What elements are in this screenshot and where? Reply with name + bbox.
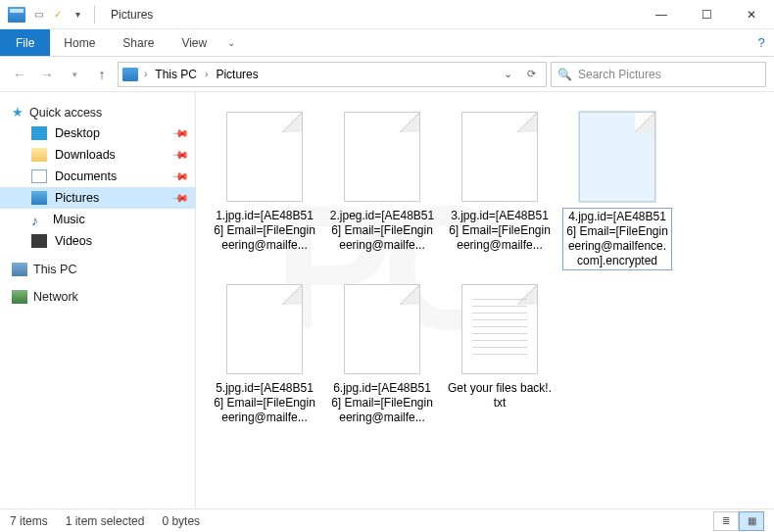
main-area: ★ Quick access Desktop 📌 Downloads 📌 Doc…	[0, 92, 774, 508]
forward-button[interactable]: →	[35, 63, 59, 86]
ribbon-tab-view[interactable]: View	[168, 29, 220, 56]
music-icon: ♪	[31, 213, 45, 226]
folder-icon	[31, 148, 47, 162]
search-input[interactable]: 🔍 Search Pictures	[551, 62, 766, 87]
file-item[interactable]: 1.jpg.id=[AE48B516] Email=[FileEngineeri…	[206, 106, 323, 278]
window-title: Pictures	[111, 8, 153, 22]
file-name: 4.jpg.id=[AE48B516] Email=[FileEngineeri…	[562, 208, 672, 270]
pin-icon: 📌	[170, 123, 189, 142]
navitem-label: Videos	[55, 234, 92, 248]
navigation-pane: ★ Quick access Desktop 📌 Downloads 📌 Doc…	[0, 92, 196, 508]
address-dropdown-icon[interactable]: ⌄	[497, 64, 518, 85]
file-item[interactable]: Get your files back!.txt	[441, 278, 558, 451]
navigation-bar: ← → ▾ ↑ › This PC › Pictures ⌄ ⟳ 🔍 Searc…	[0, 57, 774, 92]
status-bar: 7 items 1 item selected 0 bytes ≣ ▦	[0, 508, 774, 532]
location-icon	[122, 68, 138, 81]
file-name: 1.jpg.id=[AE48B516] Email=[FileEngineeri…	[210, 208, 319, 254]
titlebar-separator	[94, 6, 95, 24]
pictures-icon	[31, 191, 47, 205]
file-name: Get your files back!.txt	[445, 380, 555, 411]
navitem-label: Music	[53, 213, 85, 226]
ribbon-tab-share[interactable]: Share	[109, 29, 168, 56]
search-placeholder: Search Pictures	[578, 68, 661, 81]
status-size: 0 bytes	[162, 514, 200, 528]
blank-file-icon	[461, 112, 538, 202]
status-item-count: 7 items	[10, 514, 48, 528]
app-icon	[8, 7, 25, 23]
view-largeicons-button[interactable]: ▦	[739, 511, 764, 531]
pc-icon	[12, 263, 27, 276]
blank-file-icon	[344, 112, 420, 202]
address-bar[interactable]: › This PC › Pictures ⌄ ⟳	[118, 62, 547, 87]
chevron-right-icon[interactable]: ›	[142, 69, 149, 79]
network-icon	[12, 290, 27, 304]
file-name: 3.jpg.id=[AE48B516] Email=[FileEngineeri…	[445, 208, 555, 254]
ribbon-file-tab[interactable]: File	[0, 29, 50, 56]
qat-newfolder-icon[interactable]: ✓	[51, 8, 65, 22]
navitem-label: Downloads	[55, 148, 116, 162]
up-button[interactable]: ↑	[90, 63, 114, 86]
qat-properties-icon[interactable]: ▭	[31, 8, 45, 22]
blank-file-icon	[344, 284, 420, 374]
back-button[interactable]: ←	[8, 63, 31, 86]
close-button[interactable]: ✕	[729, 0, 774, 29]
navitem-desktop[interactable]: Desktop 📌	[0, 122, 195, 144]
navitem-downloads[interactable]: Downloads 📌	[0, 144, 195, 166]
status-selection: 1 item selected	[66, 514, 145, 528]
quick-access-label: Quick access	[29, 106, 102, 120]
ribbon: File Home Share View ⌄ ?	[0, 29, 774, 57]
breadcrumb-thispc[interactable]: This PC	[153, 68, 199, 81]
blank-file-icon	[226, 284, 303, 374]
view-details-button[interactable]: ≣	[713, 511, 739, 531]
file-name: 5.jpg.id=[AE48B516] Email=[FileEngineeri…	[210, 380, 319, 426]
pin-icon: 📌	[170, 188, 189, 207]
refresh-icon[interactable]: ⟳	[520, 64, 542, 85]
breadcrumb-pictures[interactable]: Pictures	[214, 68, 260, 81]
file-list[interactable]: 1.jpg.id=[AE48B516] Email=[FileEngineeri…	[196, 92, 774, 508]
maximize-button[interactable]: ☐	[684, 0, 729, 29]
help-icon[interactable]: ?	[749, 29, 774, 56]
navitem-videos[interactable]: Videos	[0, 230, 195, 252]
minimize-button[interactable]: ―	[639, 0, 684, 29]
navitem-music[interactable]: ♪ Music	[0, 209, 195, 230]
blank-file-icon	[226, 112, 303, 202]
navitem-label: Pictures	[55, 191, 99, 205]
ribbon-tab-home[interactable]: Home	[50, 29, 109, 56]
blank-file-icon	[579, 112, 655, 202]
file-name: 2.jpeg.id=[AE48B516] Email=[FileEngineer…	[327, 208, 437, 254]
file-item[interactable]: 2.jpeg.id=[AE48B516] Email=[FileEngineer…	[323, 106, 441, 278]
navitem-network[interactable]: Network	[0, 287, 195, 307]
chevron-right-icon[interactable]: ›	[203, 69, 210, 79]
file-item[interactable]: 6.jpg.id=[AE48B516] Email=[FileEngineeri…	[323, 278, 441, 451]
file-item[interactable]: 4.jpg.id=[AE48B516] Email=[FileEngineeri…	[558, 106, 676, 278]
pin-icon: 📌	[170, 145, 189, 164]
star-icon: ★	[12, 105, 24, 120]
video-icon	[31, 234, 47, 248]
navitem-label: Network	[33, 290, 78, 304]
qat-customize-icon[interactable]: ▾	[71, 8, 84, 22]
quick-access-header[interactable]: ★ Quick access	[0, 102, 195, 122]
navitem-label: Documents	[55, 169, 117, 183]
navitem-thispc[interactable]: This PC	[0, 260, 195, 279]
file-item[interactable]: 3.jpg.id=[AE48B516] Email=[FileEngineeri…	[441, 106, 558, 278]
desktop-icon	[31, 126, 47, 140]
navitem-label: This PC	[33, 263, 76, 276]
navitem-label: Desktop	[55, 126, 100, 140]
window-titlebar: ▭ ✓ ▾ Pictures ― ☐ ✕	[0, 0, 774, 29]
search-icon: 🔍	[557, 68, 572, 81]
file-name: 6.jpg.id=[AE48B516] Email=[FileEngineeri…	[327, 380, 437, 426]
navitem-documents[interactable]: Documents 📌	[0, 166, 195, 187]
recent-locations-icon[interactable]: ▾	[63, 63, 86, 86]
document-icon	[31, 169, 47, 183]
file-item[interactable]: 5.jpg.id=[AE48B516] Email=[FileEngineeri…	[206, 278, 323, 451]
navitem-pictures[interactable]: Pictures 📌	[0, 187, 195, 209]
pin-icon: 📌	[170, 167, 189, 185]
ribbon-expand-icon[interactable]: ⌄	[220, 29, 242, 56]
text-file-icon	[461, 284, 538, 374]
